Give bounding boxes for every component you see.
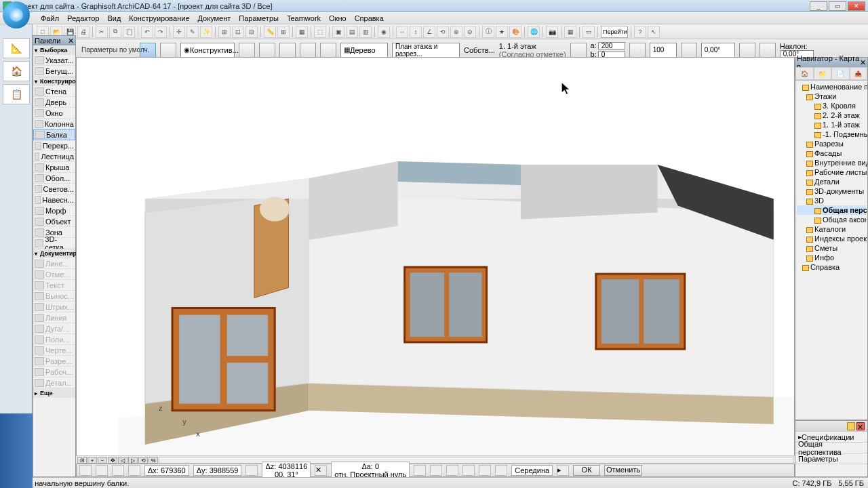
angle-button[interactable] bbox=[681, 43, 697, 58]
dx-field[interactable]: Δx: 679360 bbox=[144, 465, 189, 476]
view3-icon[interactable]: ▥ bbox=[359, 26, 372, 38]
tree-indexes[interactable]: Индексы проекта bbox=[797, 234, 866, 243]
scale-icon[interactable]: % bbox=[149, 457, 158, 464]
close-icon[interactable]: ✕ bbox=[68, 37, 74, 45]
tool-curtain[interactable]: Навесн... bbox=[33, 195, 75, 205]
mid-dropdown[interactable]: Середина bbox=[511, 465, 553, 476]
params-label[interactable]: Параметры по умолч. bbox=[81, 46, 150, 54]
maximize-button[interactable]: ▭ bbox=[829, 1, 846, 11]
tree-catalogs[interactable]: Каталоги bbox=[797, 224, 866, 234]
dim1-icon[interactable]: ↔ bbox=[396, 26, 408, 38]
tool-window[interactable]: Окно bbox=[33, 108, 75, 119]
tool-arc[interactable]: Дуга/... bbox=[33, 323, 75, 334]
zoom-fit-icon[interactable]: ⊡ bbox=[77, 457, 87, 464]
close-button[interactable]: ✕ bbox=[848, 1, 865, 11]
coord-a-icon[interactable]: ✕ bbox=[315, 465, 327, 476]
profile-custom-button[interactable] bbox=[160, 43, 176, 58]
group-more[interactable]: Еще bbox=[33, 388, 75, 398]
dim2-icon[interactable]: ↕ bbox=[410, 26, 422, 38]
tree-fb[interactable]: -1. Подземный bbox=[797, 129, 866, 139]
tool-drawing[interactable]: Черте... bbox=[33, 345, 75, 356]
pan-icon[interactable]: ✥ bbox=[108, 457, 117, 464]
cut-icon[interactable]: ✂ bbox=[96, 26, 108, 38]
tree-help[interactable]: Справка bbox=[797, 262, 866, 272]
tool-elev[interactable]: Рабоч... bbox=[33, 367, 75, 378]
tree-f3[interactable]: 3. Кровля bbox=[797, 101, 866, 110]
height-button[interactable] bbox=[629, 43, 646, 58]
snap-b-icon[interactable] bbox=[430, 465, 442, 476]
material-dropdown[interactable]: ▦ Дерево bbox=[340, 43, 388, 58]
tree-facades[interactable]: Фасады bbox=[797, 148, 866, 158]
menu-window[interactable]: Окно bbox=[325, 14, 351, 22]
tool-morph[interactable]: Морф bbox=[33, 205, 75, 216]
print-icon[interactable]: 🖨 bbox=[77, 26, 90, 38]
mid-toggle-icon[interactable]: ▸ bbox=[557, 465, 569, 476]
prop-persp[interactable]: Общая перспектива bbox=[795, 443, 867, 453]
trace-icon[interactable]: ⬚ bbox=[314, 26, 326, 38]
tool-line[interactable]: Линия bbox=[33, 312, 75, 323]
navtab-project-icon[interactable]: 🏠 bbox=[795, 67, 814, 80]
tool-dim[interactable]: Лине... bbox=[33, 258, 75, 269]
geom2-button[interactable] bbox=[259, 43, 275, 58]
tree-details[interactable]: Детали bbox=[797, 177, 866, 186]
tool-detail[interactable]: Детал... bbox=[33, 378, 75, 388]
launch-plan-icon[interactable]: 📐 bbox=[3, 38, 30, 58]
geom3-button[interactable] bbox=[279, 43, 296, 58]
tool-level[interactable]: Отме... bbox=[33, 269, 75, 280]
h-scrollbar[interactable] bbox=[159, 457, 793, 464]
pick-icon[interactable]: ✛ bbox=[173, 26, 185, 38]
menu-options[interactable]: Параметры bbox=[235, 14, 283, 22]
tree-sections[interactable]: Разрезы bbox=[797, 139, 866, 148]
tool-beam[interactable]: Балка bbox=[33, 129, 75, 140]
snap2-icon[interactable]: ⊡ bbox=[232, 26, 244, 38]
tree-floors[interactable]: Этажи bbox=[797, 92, 866, 101]
navigator-header[interactable]: Навигатор - Карта п...✕ bbox=[795, 58, 867, 67]
grid-icon[interactable]: ⊞ bbox=[277, 26, 290, 38]
render-icon[interactable]: ◉ bbox=[378, 26, 390, 38]
palette-icon[interactable]: 🎨 bbox=[509, 26, 521, 38]
slope-button[interactable] bbox=[739, 43, 755, 58]
toolbox-header[interactable]: Панели✕ bbox=[33, 36, 75, 45]
snap-f-icon[interactable] bbox=[495, 465, 507, 476]
close-icon[interactable]: ✕ bbox=[860, 58, 866, 67]
a-field[interactable] bbox=[598, 42, 625, 49]
snap-a-icon[interactable] bbox=[414, 465, 426, 476]
globe-icon[interactable]: 🌐 bbox=[528, 26, 540, 38]
dim5-icon[interactable]: ⊕ bbox=[450, 26, 462, 38]
cam-icon[interactable]: 📷 bbox=[546, 26, 558, 38]
tool-shell[interactable]: Обол... bbox=[33, 173, 75, 184]
goto-dropdown[interactable]: Перейти bbox=[601, 26, 628, 38]
copy-icon[interactable]: ⧉ bbox=[109, 26, 121, 38]
tree-3d[interactable]: 3D bbox=[797, 196, 866, 205]
dim4-icon[interactable]: ⟲ bbox=[437, 26, 449, 38]
tool-marquee[interactable]: Бегущ... bbox=[33, 66, 75, 77]
navtab-publisher-icon[interactable]: 📤 bbox=[850, 67, 868, 80]
help-icon[interactable]: ? bbox=[634, 26, 646, 38]
tree-worksheets[interactable]: Рабочие листы bbox=[797, 167, 866, 177]
magic-icon[interactable]: ✨ bbox=[200, 26, 212, 38]
menu-document[interactable]: Документ bbox=[194, 14, 235, 22]
tool-arrow[interactable]: Указат... bbox=[33, 55, 75, 66]
dy-field[interactable]: Δy: 3988559 bbox=[193, 465, 242, 476]
group-selection[interactable]: Выборка bbox=[33, 45, 75, 55]
menu-teamwork[interactable]: Teamwork bbox=[283, 14, 325, 22]
dim6-icon[interactable]: ⊖ bbox=[464, 26, 476, 38]
coord-z-icon[interactable] bbox=[245, 465, 258, 476]
menu-file[interactable]: Файл bbox=[37, 14, 63, 22]
3dwin-icon[interactable]: ▦ bbox=[564, 26, 576, 38]
snap-c-icon[interactable] bbox=[446, 465, 458, 476]
construction-dropdown[interactable]: ◉ Конструктив... bbox=[180, 43, 235, 58]
group-document[interactable]: Документиро bbox=[33, 249, 75, 258]
ref-button[interactable] bbox=[570, 43, 587, 58]
launch-3d-icon[interactable]: 🏠 bbox=[3, 61, 30, 81]
angle-field[interactable] bbox=[701, 43, 735, 58]
menu-edit[interactable]: Редактор bbox=[63, 14, 103, 22]
plan-dropdown[interactable]: План этажа и разрез... bbox=[392, 43, 460, 58]
tree-info[interactable]: Инфо bbox=[797, 253, 866, 262]
tool-poly[interactable]: Поли... bbox=[33, 334, 75, 345]
tree-3ddocs[interactable]: 3D-документы bbox=[797, 186, 866, 196]
group-design[interactable]: Конструиров bbox=[33, 77, 75, 86]
fav-icon[interactable]: ★ bbox=[496, 26, 508, 38]
zoom-next-icon[interactable]: ▷ bbox=[128, 457, 138, 464]
tool-object[interactable]: Объект bbox=[33, 216, 75, 227]
